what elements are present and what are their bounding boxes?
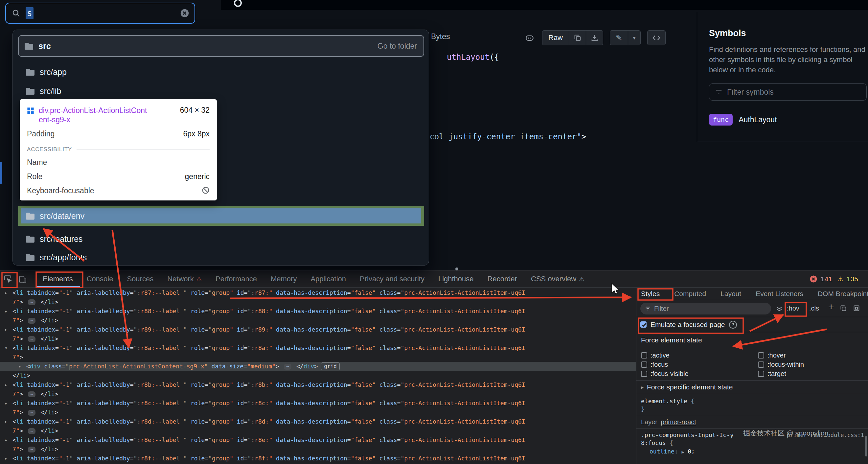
css-declaration[interactable]: outline: ▶ 0; xyxy=(641,447,868,456)
checkbox[interactable] xyxy=(758,362,764,368)
rule-selector[interactable]: .prc-components-Input-Ic-y8:focus xyxy=(641,431,734,446)
download-button[interactable] xyxy=(586,31,603,45)
tree-row[interactable]: 7"> ⋯ </li> xyxy=(0,316,636,325)
force-specific-state-row[interactable]: ▸ Force specific element state xyxy=(637,380,868,394)
checkbox[interactable] xyxy=(758,352,764,359)
devtools-tab-privacy-and-security[interactable]: Privacy and security xyxy=(353,271,431,287)
tree-row[interactable]: ▸<div class="prc-ActionList-ActionListCo… xyxy=(0,362,636,371)
tree-row[interactable]: 7"> ⋯ </li> xyxy=(0,334,636,343)
element-classes-button[interactable]: .cls xyxy=(809,305,819,312)
scrollbar-thumb[interactable] xyxy=(865,436,867,457)
devtools-tab-network[interactable]: Network⚠ xyxy=(160,271,209,287)
layer-link[interactable]: primer-react xyxy=(661,418,696,426)
edit-dropdown-button[interactable]: ▾ xyxy=(628,31,640,45)
twisty-icon[interactable]: ▸ xyxy=(5,417,7,426)
checkbox[interactable] xyxy=(641,362,647,368)
twisty-icon[interactable]: ▸ xyxy=(19,362,21,371)
expand-value-icon[interactable]: ▶ xyxy=(682,450,684,455)
help-icon[interactable]: ? xyxy=(729,321,737,329)
twisty-icon[interactable]: ▸ xyxy=(5,325,7,334)
tree-row[interactable]: 7"> xyxy=(0,352,636,362)
devtools-tab-performance[interactable]: Performance xyxy=(209,271,264,287)
styles-tab-layout[interactable]: Layout xyxy=(720,290,741,298)
styles-tab-event-listeners[interactable]: Event Listeners xyxy=(756,290,803,298)
tree-row[interactable]: ▸<li tabindex="-1" aria-labelledby=":r89… xyxy=(0,325,636,334)
filter-symbols-box[interactable] xyxy=(709,84,867,100)
grid-badge[interactable]: grid xyxy=(321,363,340,370)
element-style-rule[interactable]: element.style { } xyxy=(637,394,868,416)
tree-row[interactable]: 7"> ⋯ </li> xyxy=(0,444,636,454)
tree-row[interactable]: 7"> ⋯ </li> xyxy=(0,426,636,435)
css-property-name[interactable]: outline: xyxy=(650,448,678,455)
checkbox[interactable] xyxy=(758,371,764,377)
state-checkbox-focus[interactable]: :focus xyxy=(641,361,758,368)
twisty-icon[interactable]: ▸ xyxy=(5,288,7,298)
warning-count-badge[interactable]: 135 xyxy=(847,275,858,283)
code-view-button[interactable] xyxy=(647,30,665,45)
symbol-name[interactable]: AuthLayout xyxy=(739,115,777,124)
styles-tab-styles[interactable]: Styles xyxy=(641,290,660,298)
state-checkbox-hover[interactable]: :hover xyxy=(758,351,868,359)
devtools-tab-elements[interactable]: Elements xyxy=(36,271,80,287)
dropdown-item-src-features[interactable]: src/features xyxy=(18,230,424,248)
device-toolbar-button[interactable] xyxy=(15,272,30,286)
tree-row[interactable]: 7"> ⋯ </li> xyxy=(0,408,636,417)
tree-row[interactable]: ▸<li tabindex="-1" aria-labelledby=":r88… xyxy=(0,307,636,316)
tree-row[interactable]: ▸<li tabindex="-1" aria-labelledby=":r8f… xyxy=(0,454,636,463)
emulate-focused-checkbox[interactable] xyxy=(640,321,647,328)
tree-row[interactable]: ▸<li tabindex="-1" aria-labelledby=":r8e… xyxy=(0,435,636,444)
twisty-icon[interactable]: ▸ xyxy=(5,307,7,316)
error-count-badge[interactable]: 141 xyxy=(821,275,832,283)
tree-row[interactable]: 7"> ⋯ </li> xyxy=(0,298,636,307)
devtools-tab-recorder[interactable]: Recorder xyxy=(480,271,524,287)
twisty-icon[interactable]: ▸ xyxy=(5,380,7,390)
tree-row[interactable]: ▸<li tabindex="-1" aria-labelledby=":r87… xyxy=(0,288,636,298)
dropdown-item-src-data-env[interactable]: src/data/env xyxy=(18,206,424,226)
tree-row[interactable]: 7"> ⋯ </li> xyxy=(0,390,636,399)
css-property-value[interactable]: 0; xyxy=(688,448,695,455)
checkbox[interactable] xyxy=(641,352,647,359)
devtools-tab-css-overview[interactable]: CSS overview⚠ xyxy=(524,271,591,287)
inspect-element-button[interactable] xyxy=(0,272,15,286)
styles-filter-box[interactable] xyxy=(640,303,771,314)
dropdown-item-src-app[interactable]: src/app xyxy=(18,63,424,81)
devtools-tab-console[interactable]: Console xyxy=(80,271,120,287)
dropdown-item-src-app-fonts[interactable]: src/app/fonts xyxy=(18,248,424,266)
styles-tab-dom-breakpoints[interactable]: DOM Breakpoints xyxy=(818,290,868,298)
filter-symbols-input[interactable] xyxy=(727,88,866,97)
checkbox[interactable] xyxy=(641,371,647,377)
computed-sidebar-icon[interactable] xyxy=(776,305,783,312)
twisty-icon[interactable]: ▸ xyxy=(5,399,7,408)
clear-search-button[interactable] xyxy=(180,8,189,18)
state-checkbox-target[interactable]: :target xyxy=(758,370,868,378)
edit-button[interactable]: ✎ xyxy=(610,31,628,45)
dropdown-item-src-lib[interactable]: src/lib xyxy=(18,82,424,100)
toggle-element-state-button[interactable]: :hov xyxy=(787,305,799,312)
search-input[interactable]: s xyxy=(5,3,195,24)
symbol-entry[interactable]: func AuthLayout xyxy=(709,114,868,126)
styles-tab-computed[interactable]: Computed xyxy=(674,290,706,298)
element-style-selector[interactable]: element.style xyxy=(641,398,687,404)
disclosure-triangle-icon[interactable]: ▸ xyxy=(641,384,644,391)
devtools-resize-handle[interactable] xyxy=(455,268,458,271)
tree-row[interactable]: ▸<li tabindex="-1" aria-labelledby=":r8c… xyxy=(0,399,636,408)
twisty-icon[interactable]: ▾ xyxy=(5,343,7,352)
state-checkbox-focus-within[interactable]: :focus-within xyxy=(758,361,868,368)
copy-raw-button[interactable] xyxy=(569,31,586,45)
copy-styles-icon[interactable] xyxy=(840,305,847,312)
devtools-tab-application[interactable]: Application xyxy=(304,271,353,287)
dropdown-item-src[interactable]: src Go to folder xyxy=(18,35,424,57)
twisty-icon[interactable]: ▸ xyxy=(5,435,7,444)
devtools-tab-lighthouse[interactable]: Lighthouse xyxy=(431,271,480,287)
tree-row[interactable]: </li> xyxy=(0,371,636,380)
tree-row[interactable]: ▾<li tabindex="-1" aria-labelledby=":r8a… xyxy=(0,343,636,352)
twisty-icon[interactable]: ▸ xyxy=(5,454,7,463)
tree-row[interactable]: ▸<li tabindex="-1" aria-labelledby=":r8b… xyxy=(0,380,636,390)
styles-filter-input[interactable] xyxy=(654,305,771,312)
devtools-tab-sources[interactable]: Sources xyxy=(120,271,160,287)
state-checkbox-active[interactable]: :active xyxy=(641,351,758,359)
copilot-button[interactable] xyxy=(522,30,537,45)
layout-overlay-icon[interactable] xyxy=(853,305,860,312)
new-style-rule-button[interactable]: + xyxy=(828,301,834,312)
raw-button[interactable]: Raw xyxy=(542,31,569,45)
